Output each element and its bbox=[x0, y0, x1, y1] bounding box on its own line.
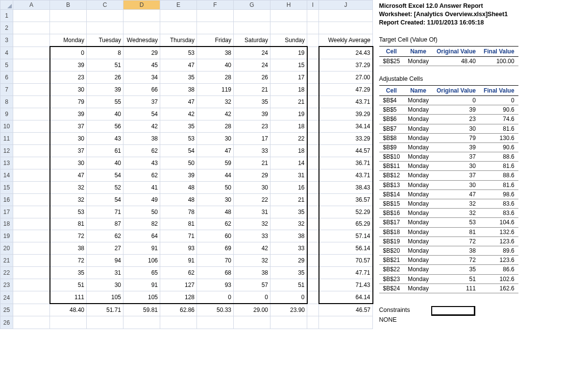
cell-G9[interactable]: 39 bbox=[234, 108, 270, 120]
cell-A5[interactable] bbox=[13, 59, 50, 71]
cell-G14[interactable]: 29 bbox=[234, 169, 270, 181]
cell-E16[interactable]: 48 bbox=[160, 193, 197, 206]
cell-J3[interactable]: Weekly Average bbox=[319, 34, 373, 47]
cell-D3[interactable]: Wednesday bbox=[123, 34, 160, 47]
row-header-24[interactable]: 24 bbox=[0, 291, 13, 304]
row-header-20[interactable]: 20 bbox=[0, 242, 13, 255]
cell-D10[interactable]: 42 bbox=[123, 120, 160, 132]
cell-D23[interactable]: 91 bbox=[123, 279, 160, 291]
cell-J23[interactable]: 71.43 bbox=[319, 279, 373, 291]
cell-A26[interactable] bbox=[13, 316, 50, 329]
cell-I4[interactable] bbox=[307, 47, 319, 59]
cell-E17[interactable]: 78 bbox=[160, 206, 197, 218]
cell-G23[interactable]: 57 bbox=[234, 279, 270, 291]
cell-F11[interactable]: 30 bbox=[197, 132, 234, 144]
cell-H15[interactable]: 16 bbox=[270, 181, 307, 193]
row-header-12[interactable]: 12 bbox=[0, 144, 13, 157]
cell-I19[interactable] bbox=[307, 230, 319, 242]
cell-E11[interactable]: 53 bbox=[160, 132, 197, 144]
cell-B12[interactable]: 37 bbox=[50, 144, 87, 157]
cell-E22[interactable]: 62 bbox=[160, 267, 197, 279]
cell-E19[interactable]: 71 bbox=[160, 230, 197, 242]
cell-B13[interactable]: 30 bbox=[50, 157, 87, 169]
cell-E5[interactable]: 47 bbox=[160, 59, 197, 71]
cell-J21[interactable]: 70.57 bbox=[319, 255, 373, 267]
cell-H4[interactable]: 19 bbox=[270, 47, 307, 59]
cell-A23[interactable] bbox=[13, 279, 50, 291]
cell-B9[interactable]: 39 bbox=[50, 108, 87, 120]
cell-D14[interactable]: 62 bbox=[123, 169, 160, 181]
cell-I7[interactable] bbox=[307, 84, 319, 96]
row-header-6[interactable]: 6 bbox=[0, 71, 13, 84]
cell-H25[interactable]: 23.90 bbox=[270, 304, 307, 316]
row-header-21[interactable]: 21 bbox=[0, 255, 13, 267]
cell-H18[interactable]: 32 bbox=[270, 218, 307, 230]
cell-I20[interactable] bbox=[307, 242, 319, 255]
cell-B22[interactable]: 35 bbox=[50, 267, 87, 279]
cell-F4[interactable]: 38 bbox=[197, 47, 234, 59]
cell-G16[interactable]: 22 bbox=[234, 193, 270, 206]
cell-D5[interactable]: 45 bbox=[123, 59, 160, 71]
cell-E1[interactable] bbox=[160, 10, 197, 22]
cell-J12[interactable]: 44.57 bbox=[319, 144, 373, 157]
cell-C25[interactable]: 51.71 bbox=[87, 304, 123, 316]
cell-E7[interactable]: 38 bbox=[160, 84, 197, 96]
cell-H3[interactable]: Sunday bbox=[270, 34, 307, 47]
cell-D7[interactable]: 66 bbox=[123, 84, 160, 96]
cell-D9[interactable]: 54 bbox=[123, 108, 160, 120]
cell-C21[interactable]: 94 bbox=[87, 255, 123, 267]
cell-F12[interactable]: 47 bbox=[197, 144, 234, 157]
cell-C12[interactable]: 61 bbox=[87, 144, 123, 157]
cell-B2[interactable] bbox=[50, 22, 87, 34]
cell-D24[interactable]: 105 bbox=[123, 291, 160, 304]
cell-B21[interactable]: 72 bbox=[50, 255, 87, 267]
cell-C3[interactable]: Tuesday bbox=[87, 34, 123, 47]
cell-A2[interactable] bbox=[13, 22, 50, 34]
cell-C2[interactable] bbox=[87, 22, 123, 34]
cell-H21[interactable]: 29 bbox=[270, 255, 307, 267]
cell-A1[interactable] bbox=[13, 10, 50, 22]
cell-B5[interactable]: 39 bbox=[50, 59, 87, 71]
cell-E6[interactable]: 35 bbox=[160, 71, 197, 84]
cell-A15[interactable] bbox=[13, 181, 50, 193]
cell-F17[interactable]: 48 bbox=[197, 206, 234, 218]
cell-C19[interactable]: 62 bbox=[87, 230, 123, 242]
cell-J1[interactable] bbox=[319, 10, 373, 22]
cell-D13[interactable]: 43 bbox=[123, 157, 160, 169]
cell-G1[interactable] bbox=[234, 10, 270, 22]
cell-J15[interactable]: 38.43 bbox=[319, 181, 373, 193]
cell-B10[interactable]: 37 bbox=[50, 120, 87, 132]
row-header-19[interactable]: 19 bbox=[0, 230, 13, 242]
cell-I2[interactable] bbox=[307, 22, 319, 34]
cell-J13[interactable]: 36.71 bbox=[319, 157, 373, 169]
cell-I22[interactable] bbox=[307, 267, 319, 279]
cell-F21[interactable]: 70 bbox=[197, 255, 234, 267]
cell-H14[interactable]: 31 bbox=[270, 169, 307, 181]
cell-B18[interactable]: 81 bbox=[50, 218, 87, 230]
cell-I23[interactable] bbox=[307, 279, 319, 291]
cell-H1[interactable] bbox=[270, 10, 307, 22]
row-header-4[interactable]: 4 bbox=[0, 47, 13, 59]
cell-I24[interactable] bbox=[307, 291, 319, 304]
cell-I17[interactable] bbox=[307, 206, 319, 218]
cell-I5[interactable] bbox=[307, 59, 319, 71]
row-header-8[interactable]: 8 bbox=[0, 95, 13, 108]
cell-E13[interactable]: 50 bbox=[160, 157, 197, 169]
cell-A21[interactable] bbox=[13, 255, 50, 267]
cell-A7[interactable] bbox=[13, 84, 50, 96]
cell-I6[interactable] bbox=[307, 71, 319, 84]
cell-D26[interactable] bbox=[123, 316, 160, 329]
cell-I9[interactable] bbox=[307, 108, 319, 120]
cell-H10[interactable]: 18 bbox=[270, 120, 307, 132]
cell-H26[interactable] bbox=[270, 316, 307, 329]
col-header-F[interactable]: F bbox=[197, 0, 234, 10]
cell-C26[interactable] bbox=[87, 316, 123, 329]
cell-C17[interactable]: 71 bbox=[87, 206, 123, 218]
cell-H16[interactable]: 21 bbox=[270, 193, 307, 206]
cell-G6[interactable]: 26 bbox=[234, 71, 270, 84]
cell-D19[interactable]: 64 bbox=[123, 230, 160, 242]
row-header-11[interactable]: 11 bbox=[0, 132, 13, 144]
row-header-2[interactable]: 2 bbox=[0, 22, 13, 34]
cell-I16[interactable] bbox=[307, 193, 319, 206]
cell-B17[interactable]: 53 bbox=[50, 206, 87, 218]
